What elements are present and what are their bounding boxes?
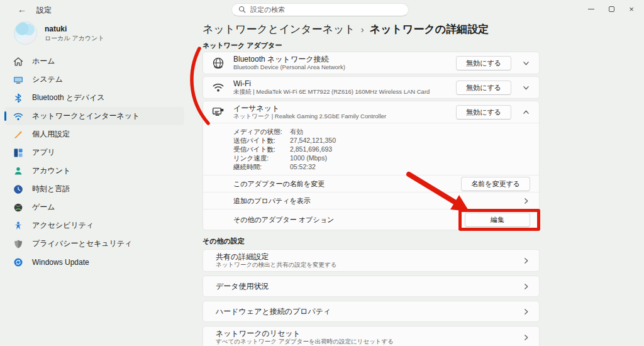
user-account-block[interactable]: natuki ローカル アカウント <box>14 21 104 45</box>
more-properties-label: 追加のプロパティを表示 <box>233 196 521 206</box>
sidebar-item-windows-update[interactable]: Windows Update <box>4 253 184 271</box>
sidebar-item-apps[interactable]: アプリ <box>4 143 184 162</box>
home-icon <box>13 56 23 67</box>
disable-adapter-button[interactable]: 無効にする <box>456 81 511 95</box>
sidebar-item-label: ゲーム <box>32 202 55 213</box>
adapter-card-ethernet: イーサネット ネットワーク | Realtek Gaming 2.5GbE Fa… <box>203 101 540 230</box>
adapter-card-bluetooth: Bluetooth ネットワーク接続 Bluetooth Device (Per… <box>203 52 540 74</box>
back-button[interactable]: ← <box>15 3 29 16</box>
search-input[interactable]: 設定の検索 <box>231 3 409 16</box>
sidebar-item-label: 時刻と言語 <box>32 184 70 194</box>
chevron-right-icon <box>521 283 530 290</box>
search-icon <box>238 4 246 16</box>
privacy-icon <box>13 238 23 249</box>
sidebar-item-label: アカウント <box>32 165 70 176</box>
hardware-connection-properties-row[interactable]: ハードウェアと接続のプロパティ <box>203 301 540 322</box>
avatar <box>14 21 37 45</box>
other-adapter-options-row: その他のアダプター オプション 編集 <box>203 209 539 230</box>
search-placeholder: 設定の検索 <box>250 5 285 14</box>
sidebar-item-gaming[interactable]: ゲーム <box>4 198 184 216</box>
adapter-text: Bluetooth ネットワーク接続 Bluetooth Device (Per… <box>233 55 456 71</box>
breadcrumb-separator: › <box>361 24 364 35</box>
windows-update-icon <box>13 257 23 267</box>
breadcrumb: ネットワークとインターネット › ネットワークの詳細設定 <box>203 22 540 36</box>
sidebar-item-accessibility[interactable]: アクセシビリティ <box>4 216 184 235</box>
chevron-down-icon[interactable] <box>521 60 530 67</box>
adapter-subtitle: ネットワーク | Realtek Gaming 2.5GbE Family Co… <box>233 113 456 120</box>
system-icon <box>13 74 23 85</box>
close-button[interactable]: × <box>621 0 641 18</box>
section-other-settings: その他の設定 <box>203 237 540 245</box>
personalization-icon <box>13 129 23 140</box>
setting-subtitle: ネットワークの検出と共有の設定を変更する <box>216 261 521 269</box>
sidebar-item-label: Bluetooth とデバイス <box>32 92 104 103</box>
chevron-right-icon <box>521 334 530 341</box>
maximize-button[interactable] <box>601 0 621 18</box>
wifi-icon <box>212 81 225 94</box>
detail-value: 有効 <box>290 127 530 136</box>
sidebar-item-label: ホーム <box>32 56 55 67</box>
setting-title: データ使用状況 <box>216 282 521 291</box>
sidebar-item-personalization[interactable]: 個人用設定 <box>4 125 184 143</box>
disable-adapter-button[interactable]: 無効にする <box>456 56 511 70</box>
adapter-title: イーサネット <box>233 104 456 113</box>
chevron-right-icon <box>521 198 530 204</box>
rename-adapter-label: このアダプターの名前を変更 <box>233 179 461 189</box>
detail-value: 05:52:32 <box>290 162 530 171</box>
sidebar-item-accounts[interactable]: アカウント <box>4 162 184 180</box>
detail-label: メディアの状態: <box>233 127 290 136</box>
setting-text: ハードウェアと接続のプロパティ <box>216 307 521 316</box>
disable-adapter-button[interactable]: 無効にする <box>456 105 511 120</box>
sidebar-item-system[interactable]: システム <box>4 70 184 89</box>
setting-title: 共有の詳細設定 <box>216 252 521 261</box>
sidebar-item-label: プライバシーとセキュリティ <box>32 238 132 249</box>
other-adapter-options-label: その他のアダプター オプション <box>233 215 465 225</box>
chevron-up-icon[interactable] <box>521 109 530 116</box>
adapter-text: Wi-Fi 未接続 | MediaTek Wi-Fi 6E MT7922 (RZ… <box>233 79 456 96</box>
detail-label: 継続時間: <box>233 162 290 171</box>
chevron-right-icon <box>521 308 530 315</box>
sidebar-item-network-internet[interactable]: ネットワークとインターネット <box>4 107 184 125</box>
advanced-sharing-settings-row[interactable]: 共有の詳細設定 ネットワークの検出と共有の設定を変更する <box>203 249 540 272</box>
sidebar-nav: ホーム システム Bluetooth とデバイス ネットワークとインターネット <box>4 52 184 271</box>
chevron-right-icon <box>521 257 530 264</box>
adapter-subtitle: Bluetooth Device (Personal Area Network) <box>233 64 456 71</box>
window-controls: × <box>581 0 641 18</box>
edit-button[interactable]: 編集 <box>465 213 530 227</box>
setting-text: ネットワークのリセット すべてのネットワーク アダプターを出荷時の設定にリセット… <box>216 329 521 345</box>
chevron-down-icon[interactable] <box>521 84 530 91</box>
sidebar-item-time-language[interactable]: 時刻と言語 <box>4 180 184 198</box>
sidebar-item-label: アクセシビリティ <box>32 220 94 231</box>
network-reset-row[interactable]: ネットワークのリセット すべてのネットワーク アダプターを出荷時の設定にリセット… <box>203 326 540 346</box>
apps-icon <box>13 147 23 158</box>
detail-label: 送信バイト数: <box>233 136 290 145</box>
app-title: 設定 <box>36 5 52 16</box>
sidebar-item-home[interactable]: ホーム <box>4 52 184 70</box>
sidebar-item-privacy-security[interactable]: プライバシーとセキュリティ <box>4 235 184 253</box>
sidebar-item-bluetooth-devices[interactable]: Bluetooth とデバイス <box>4 89 184 107</box>
setting-subtitle: すべてのネットワーク アダプターを出荷時の設定にリセットする <box>216 338 521 345</box>
adapter-row[interactable]: Wi-Fi 未接続 | MediaTek Wi-Fi 6E MT7922 (RZ… <box>203 77 539 98</box>
adapter-title: Wi-Fi <box>233 79 456 88</box>
detail-value: 27,542,121,350 <box>290 136 530 145</box>
detail-label: 受信バイト数: <box>233 145 290 153</box>
titlebar: ← 設定 設定の検索 × <box>0 0 644 19</box>
more-properties-row[interactable]: 追加のプロパティを表示 <box>203 193 539 209</box>
adapter-row[interactable]: イーサネット ネットワーク | Realtek Gaming 2.5GbE Fa… <box>203 101 539 123</box>
data-usage-row[interactable]: データ使用状況 <box>203 276 540 297</box>
adapter-row[interactable]: Bluetooth ネットワーク接続 Bluetooth Device (Per… <box>203 52 539 74</box>
setting-text: データ使用状況 <box>216 282 521 291</box>
breadcrumb-parent[interactable]: ネットワークとインターネット <box>203 22 355 36</box>
ethernet-icon <box>212 106 225 118</box>
section-network-adapters: ネットワーク アダプター <box>203 42 540 50</box>
sidebar-item-label: アプリ <box>32 147 55 158</box>
user-name: natuki <box>45 25 104 34</box>
sidebar-item-label: Windows Update <box>32 258 89 267</box>
rename-adapter-button[interactable]: 名前を変更する <box>461 177 530 191</box>
minimize-button[interactable] <box>581 0 601 18</box>
detail-label: リンク速度: <box>233 153 290 162</box>
globe-network-icon <box>212 57 225 69</box>
main-content: ネットワークとインターネット › ネットワークの詳細設定 ネットワーク アダプタ… <box>203 19 540 346</box>
sidebar-item-label: システム <box>32 74 63 85</box>
sidebar-item-label: 個人用設定 <box>32 129 70 140</box>
